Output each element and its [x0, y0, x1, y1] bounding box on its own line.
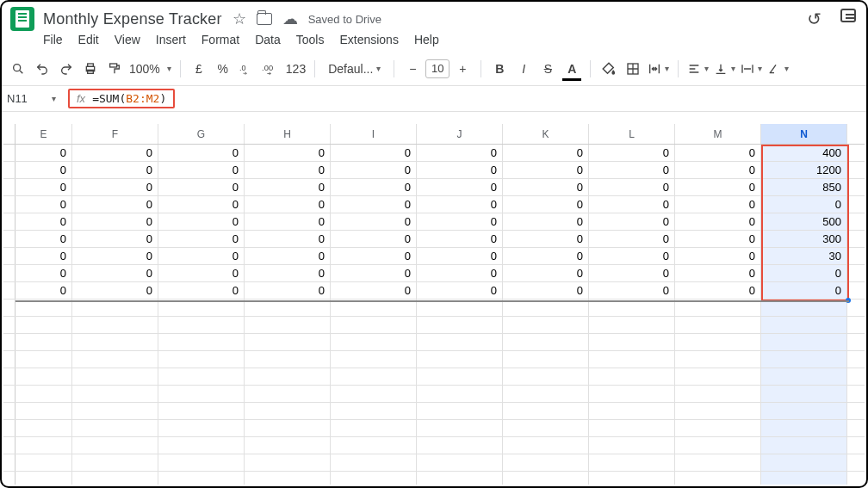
cell[interactable]: 0	[245, 265, 331, 281]
sheets-logo[interactable]	[10, 7, 34, 31]
cell[interactable]	[158, 454, 245, 471]
cell[interactable]: 30	[761, 248, 847, 264]
doc-title[interactable]: Monthly Expense Tracker	[43, 10, 222, 28]
cell[interactable]: 400	[761, 145, 847, 161]
cell[interactable]: 0	[417, 248, 503, 264]
cell[interactable]: 0	[503, 179, 589, 195]
valign-icon[interactable]	[714, 59, 735, 79]
cell[interactable]: 0	[158, 196, 245, 213]
cell[interactable]: 0	[675, 179, 761, 195]
cell[interactable]	[417, 403, 503, 419]
menu-extensions[interactable]: Extensions	[339, 33, 398, 46]
col-header-I[interactable]: I	[331, 124, 417, 144]
move-folder-icon[interactable]	[257, 13, 272, 25]
cell[interactable]: 0	[589, 145, 675, 161]
cell[interactable]: 0	[417, 213, 503, 230]
cell[interactable]	[589, 351, 675, 368]
decrease-decimal-icon[interactable]: .0	[238, 59, 257, 79]
cell[interactable]: 0	[331, 213, 417, 230]
cell[interactable]	[72, 454, 158, 471]
cell[interactable]: 1200	[761, 162, 847, 178]
cell[interactable]	[675, 437, 761, 454]
cell[interactable]	[16, 437, 72, 454]
col-header-M[interactable]: M	[675, 124, 761, 144]
cell[interactable]: 0	[331, 248, 417, 264]
cell[interactable]: 0	[417, 196, 503, 213]
cell[interactable]	[16, 472, 72, 485]
cell[interactable]: 0	[158, 213, 245, 230]
cell[interactable]	[245, 472, 331, 485]
cell[interactable]: 0	[761, 282, 847, 299]
cell[interactable]: 0	[245, 196, 331, 213]
cell[interactable]	[72, 351, 158, 368]
cell[interactable]	[331, 317, 417, 333]
cell[interactable]	[675, 334, 761, 350]
menu-file[interactable]: File	[43, 33, 63, 46]
cell[interactable]	[158, 420, 245, 436]
cell[interactable]	[16, 334, 72, 350]
cell[interactable]: 0	[245, 213, 331, 230]
print-icon[interactable]	[81, 59, 100, 79]
menu-data[interactable]: Data	[255, 33, 281, 46]
cell[interactable]	[761, 317, 847, 333]
cell[interactable]	[761, 454, 847, 471]
cell[interactable]: 0	[417, 282, 503, 299]
cell[interactable]: 0	[589, 179, 675, 195]
cell[interactable]	[761, 472, 847, 485]
col-header-H[interactable]: H	[245, 124, 331, 144]
cell[interactable]	[761, 403, 847, 419]
cell[interactable]	[417, 317, 503, 333]
cell[interactable]	[245, 317, 331, 333]
cell[interactable]: 850	[761, 179, 847, 195]
text-color-button[interactable]: A	[562, 59, 581, 79]
cell[interactable]	[72, 317, 158, 333]
cell[interactable]	[158, 368, 245, 385]
cell[interactable]: 0	[675, 282, 761, 299]
history-icon[interactable]	[807, 9, 822, 29]
cell[interactable]: 0	[72, 196, 158, 213]
comments-icon[interactable]	[840, 9, 856, 22]
cell[interactable]	[675, 351, 761, 368]
cell[interactable]	[245, 454, 331, 471]
cell[interactable]: 0	[158, 162, 245, 178]
cell[interactable]: 0	[761, 265, 847, 281]
cell[interactable]	[158, 351, 245, 368]
cell[interactable]	[675, 420, 761, 436]
menu-insert[interactable]: Insert	[156, 33, 186, 46]
cell[interactable]: 0	[503, 248, 589, 264]
cell[interactable]	[331, 420, 417, 436]
cell[interactable]	[16, 403, 72, 419]
redo-icon[interactable]	[57, 59, 76, 79]
cell[interactable]: 0	[503, 145, 589, 161]
cell[interactable]	[589, 334, 675, 350]
cell[interactable]: 0	[589, 196, 675, 213]
col-header-F[interactable]: F	[72, 124, 158, 144]
cell[interactable]: 0	[331, 145, 417, 161]
cell[interactable]: 0	[675, 231, 761, 247]
cell[interactable]: 0	[675, 265, 761, 281]
cell[interactable]	[417, 351, 503, 368]
cell[interactable]	[331, 351, 417, 368]
cell[interactable]	[245, 403, 331, 419]
cell[interactable]: 0	[589, 265, 675, 281]
cell[interactable]	[331, 454, 417, 471]
cell[interactable]	[158, 437, 245, 454]
cell[interactable]	[589, 472, 675, 485]
cell[interactable]: 0	[16, 231, 72, 247]
menu-format[interactable]: Format	[202, 33, 239, 46]
cell[interactable]: 0	[16, 265, 72, 281]
fill-color-icon[interactable]	[599, 59, 618, 79]
cell[interactable]	[16, 351, 72, 368]
borders-icon[interactable]	[623, 59, 642, 79]
cell[interactable]: 0	[245, 145, 331, 161]
cell[interactable]	[16, 386, 72, 402]
cell[interactable]	[245, 420, 331, 436]
cell[interactable]: 0	[417, 179, 503, 195]
cell[interactable]: 0	[675, 213, 761, 230]
undo-icon[interactable]	[33, 59, 52, 79]
cell[interactable]	[675, 317, 761, 333]
cell[interactable]	[761, 351, 847, 368]
cell[interactable]	[417, 472, 503, 485]
cell[interactable]: 0	[16, 196, 72, 213]
col-header-N[interactable]: N	[761, 124, 847, 144]
